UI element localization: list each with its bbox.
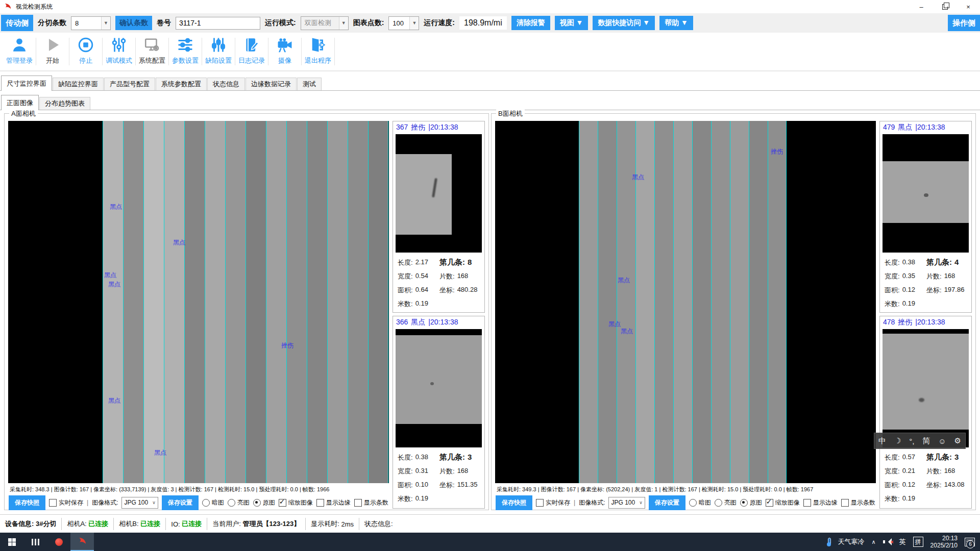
tab-main-3[interactable]: 系统参数配置	[156, 78, 207, 90]
defect-card[interactable]: 479黑点|20:13:38长度:0.38第几条:4宽度:0.35片数:168面…	[879, 121, 972, 313]
show-strip-count-checkbox[interactable]	[354, 499, 362, 507]
exit-program-button[interactable]: 退出程序	[302, 33, 334, 65]
defect-details: 长度:0.38第几条:3宽度:0.31片数:168面积:0.10坐标:151.3…	[393, 447, 484, 506]
tab-main-2[interactable]: 产品型号配置	[104, 78, 155, 90]
drive-side-button[interactable]: 传动侧	[1, 15, 33, 31]
slit-count-combo[interactable]: 8 ▼	[71, 16, 111, 30]
tab-sub-0[interactable]: 正面图像	[1, 95, 39, 110]
language-indicator[interactable]: 英	[899, 537, 906, 546]
checkbox-show-edges[interactable]: 显示边缘	[316, 498, 351, 507]
zoom-image-checkbox[interactable]	[766, 499, 773, 507]
close-button[interactable]: ×	[957, 0, 980, 13]
save-settings-button[interactable]: 保存设置	[649, 495, 685, 510]
bright-image-radio[interactable]	[715, 499, 722, 507]
system-config-button[interactable]: 系统配置	[136, 33, 168, 65]
confirm-count-button[interactable]: 确认条数	[115, 16, 152, 30]
checkbox-show-edges[interactable]: 显示边缘	[803, 498, 838, 507]
defect-id: 366	[396, 318, 408, 326]
minimize-button[interactable]: –	[910, 0, 933, 13]
start-button[interactable]	[0, 533, 23, 551]
tab-main-0[interactable]: 尺寸监控界面	[1, 76, 52, 91]
zoom-image-checkbox[interactable]	[279, 499, 286, 507]
defect-thumbnail	[883, 329, 969, 447]
run-mode-combo[interactable]: 双面检测 ▼	[301, 16, 349, 30]
radio-dark-image[interactable]: 暗图	[202, 498, 224, 507]
ime-simplified-mode[interactable]: 简	[922, 436, 930, 446]
stop-button[interactable]: 停止	[69, 33, 102, 65]
tray-chevron-up-icon[interactable]: ∧	[872, 539, 876, 545]
volume-muted-icon[interactable]: ×	[883, 538, 892, 545]
original-image-radio[interactable]	[253, 499, 261, 507]
data-quick-access-button[interactable]: 数据快捷访问 ▼	[593, 16, 655, 30]
taskbar-app-2[interactable]	[47, 533, 70, 551]
checkbox-zoom-image[interactable]: 缩放图像	[766, 498, 800, 507]
original-image-radio[interactable]	[740, 499, 748, 507]
image-format-combo[interactable]: JPG 100∨	[608, 497, 645, 509]
film-strip	[246, 121, 266, 483]
current-user-value: 管理员【123-123】	[243, 519, 301, 529]
radio-bright-image[interactable]: 亮图	[715, 498, 737, 507]
tab-main-1[interactable]: 缺陷监控界面	[53, 78, 104, 90]
view-menu-button[interactable]: 视图 ▼	[555, 16, 589, 30]
image-format-label: 图像格式:	[579, 498, 605, 507]
radio-bright-image[interactable]: 亮图	[228, 498, 250, 507]
save-settings-button[interactable]: 保存设置	[162, 495, 199, 510]
radio-dark-image[interactable]: 暗图	[689, 498, 711, 507]
checkbox-zoom-image[interactable]: 缩放图像	[279, 498, 313, 507]
taskbar-app-active[interactable]	[70, 533, 94, 551]
defect-card[interactable]: 478挫伤|20:13:38长度:0.57第几条:3宽度:0.21片数:168面…	[879, 316, 972, 509]
radio-original-image[interactable]: 原图	[253, 498, 275, 507]
defect-settings-button[interactable]: 缺陷设置	[202, 33, 235, 65]
checkbox-label: 实时保存	[546, 498, 570, 507]
clock[interactable]: 20:13 2025/2/10	[930, 535, 958, 549]
radio-original-image[interactable]: 原图	[740, 498, 762, 507]
save-snapshot-button[interactable]: 保存快照	[496, 495, 532, 510]
chart-points-combo[interactable]: 100 ▼	[388, 16, 419, 30]
realtime-save-checkbox[interactable]	[49, 499, 57, 507]
detail-length: 长度:2.17	[398, 258, 439, 267]
bright-image-radio[interactable]	[228, 499, 235, 507]
defect-card[interactable]: 366黑点|20:13:38长度:0.38第几条:3宽度:0.31片数:168面…	[393, 316, 485, 509]
checkbox-realtime-save[interactable]: 实时保存	[49, 498, 83, 507]
start-button[interactable]: 开始	[36, 33, 69, 65]
help-menu-button[interactable]: 帮助 ▼	[659, 16, 693, 30]
image-format-combo[interactable]: JPG 100∨	[121, 497, 158, 509]
ime-mode-indicator[interactable]: 拼	[913, 537, 923, 547]
clear-alarm-button[interactable]: 清除报警	[511, 16, 550, 30]
restore-button[interactable]	[933, 0, 957, 13]
admin-login-button[interactable]: 管理登录	[3, 33, 36, 65]
param-settings-button[interactable]: 参数设置	[169, 33, 202, 65]
tab-sub-1[interactable]: 分布趋势图表	[39, 97, 90, 110]
film-strip	[205, 121, 225, 483]
operate-side-button[interactable]: 操作侧	[948, 15, 980, 31]
realtime-save-checkbox[interactable]	[536, 499, 544, 507]
log-record-button[interactable]: 日志记录	[235, 33, 268, 65]
ime-emoticon-icon[interactable]: ☺	[938, 437, 946, 445]
ime-fullwidth-icon[interactable]: ☽	[894, 436, 901, 445]
save-snapshot-button[interactable]: 保存快照	[9, 495, 45, 510]
checkbox-show-strip-count[interactable]: 显示条数	[841, 498, 875, 507]
detail-label: 面积:	[885, 286, 900, 295]
defect-card[interactable]: 367挫伤|20:13:38长度:2.17第几条:8宽度:0.54片数:168面…	[393, 121, 485, 313]
show-edges-checkbox[interactable]	[316, 499, 324, 507]
dark-image-radio[interactable]	[202, 499, 210, 507]
dark-image-radio[interactable]	[689, 499, 697, 507]
checkbox-show-strip-count[interactable]: 显示条数	[354, 498, 388, 507]
roll-number-input[interactable]	[176, 17, 260, 30]
show-edges-checkbox[interactable]	[803, 499, 811, 507]
debug-mode-button[interactable]: 调试模式	[103, 33, 135, 65]
tab-main-4[interactable]: 状态信息	[207, 78, 245, 90]
tab-main-5[interactable]: 边缘数据记录	[246, 78, 297, 90]
checkbox-realtime-save[interactable]: 实时保存	[536, 498, 570, 507]
ime-settings-icon[interactable]: ⚙	[954, 436, 961, 445]
detail-value: 168	[944, 272, 955, 281]
camera-panel-a: A面相机黑点黑点黑点黑点挫伤黑点黑点367挫伤|20:13:38长度:2.17第…	[4, 113, 489, 510]
action-center-icon[interactable]: 6	[965, 538, 975, 546]
show-strip-count-checkbox[interactable]	[841, 499, 849, 507]
ime-lang-mode[interactable]: 中	[878, 436, 886, 446]
taskbar-app-1[interactable]	[23, 533, 47, 551]
ime-punctuation-icon[interactable]: °,	[909, 437, 914, 445]
icon-ribbon: 管理登录 开始 停止 调试模式 系统配置 参数设置 缺陷设置 日志记录 摄像	[0, 33, 980, 71]
tab-main-6[interactable]: 测试	[297, 78, 322, 90]
capture-button[interactable]: 摄像	[268, 33, 301, 65]
